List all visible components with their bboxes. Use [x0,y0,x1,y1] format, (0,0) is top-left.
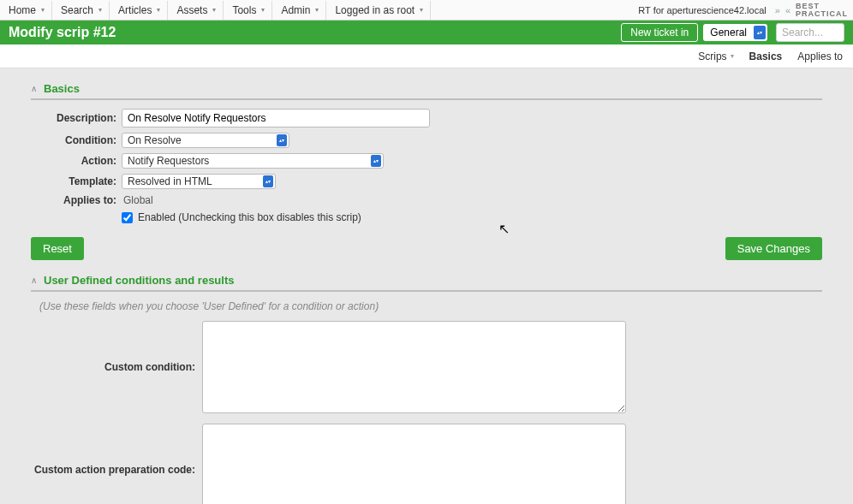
rt-instance-label: RT for aperturescience42.local [638,5,769,15]
subnav-tabs: Scrips ▾ Basics Applies to [0,44,853,68]
template-value: Resolved in HTML [128,175,256,187]
label-custom-action-prep: Custom action preparation code [31,464,202,476]
updown-icon: ▴▾ [754,26,766,39]
user-defined-hint: (Use these fields when you choose 'User … [39,300,822,312]
action-value: Notify Requestors [128,155,364,167]
label-action: Action [31,155,122,167]
label-template: Template [31,175,122,187]
queue-select-value: General [710,27,747,39]
best-practical-logo: BEST PRACTICAL [796,3,848,18]
page-titlebar: Modify scrip #12 New ticket in General ▴… [0,21,853,44]
tab-label: Scrips [698,50,726,62]
menu-tools[interactable]: Tools ▾ [224,1,272,20]
menu-search[interactable]: Search ▾ [52,1,110,20]
enabled-checkbox[interactable] [122,212,133,223]
enabled-label: Enabled (Unchecking this box disables th… [138,211,361,223]
reset-button[interactable]: Reset [31,237,84,260]
section-title: User Defined conditions and results [44,274,235,287]
chevron-down-icon: ▾ [420,6,423,14]
action-button-row: Reset Save Changes [31,237,822,260]
section-user-defined: ∧ User Defined conditions and results [31,274,822,292]
template-select[interactable]: Resolved in HTML ▴▾ [122,174,276,189]
label-condition: Condition [31,134,122,146]
updown-icon: ▴▾ [277,134,287,146]
tab-basics[interactable]: Basics [749,50,783,62]
queue-select[interactable]: General ▴▾ [703,24,767,41]
menu-admin[interactable]: Admin ▾ [272,1,326,20]
double-chevron-left-icon: « [785,5,790,15]
collapse-arrow-icon[interactable]: ∧ [31,84,37,93]
condition-select[interactable]: On Resolve ▴▾ [122,133,289,148]
menu-label: Articles [118,4,152,16]
custom-action-prep-textarea[interactable] [202,424,626,504]
menu-label: Search [61,4,93,16]
menu-label: Assets [176,4,207,16]
menu-label: Tools [232,4,256,16]
chevron-down-icon: ▾ [157,6,160,14]
chevron-down-icon: ▾ [315,6,319,14]
custom-condition-textarea[interactable] [202,321,626,413]
chevron-down-icon: ▾ [212,6,216,14]
section-basics: ∧ Basics Description Condition On Resolv… [31,82,822,223]
collapse-arrow-icon[interactable]: ∧ [31,276,37,285]
updown-icon: ▴▾ [371,155,381,167]
menu-assets[interactable]: Assets ▾ [168,1,224,20]
tab-label: Applies to [797,50,843,62]
double-chevron-right-icon: » [775,5,780,15]
tab-label: Basics [749,50,783,62]
label-description: Description [31,112,122,124]
menu-home[interactable]: Home ▾ [0,1,52,20]
tab-applies-to[interactable]: Applies to [797,50,843,62]
new-ticket-button[interactable]: New ticket in [621,23,698,42]
chevron-down-icon: ▾ [731,52,734,60]
updown-icon: ▴▾ [263,175,273,187]
menu-articles[interactable]: Articles ▾ [110,1,168,20]
applies-to-value: Global [122,194,153,206]
condition-value: On Resolve [128,134,270,146]
tab-scrips[interactable]: Scrips ▾ [698,50,733,62]
page-title: Modify scrip #12 [9,25,116,40]
top-menubar: Home ▾ Search ▾ Articles ▾ Assets ▾ Tool… [0,0,853,21]
menu-label: Logged in as root [335,4,415,16]
chevron-down-icon: ▾ [261,6,265,14]
menu-logged-in[interactable]: Logged in as root ▾ [326,1,431,20]
label-applies-to: Applies to [31,194,122,206]
global-search-input[interactable] [776,23,844,42]
section-title: Basics [44,82,80,95]
chevron-down-icon: ▾ [41,6,45,14]
label-custom-condition: Custom condition [31,361,202,373]
save-changes-button[interactable]: Save Changes [725,237,822,260]
description-input[interactable] [122,109,430,127]
menubar-right: RT for aperturescience42.local » « BEST … [638,3,853,18]
menu-label: Admin [281,4,310,16]
menu-label: Home [9,4,36,16]
action-select[interactable]: Notify Requestors ▴▾ [122,153,384,169]
chevron-down-icon: ▾ [98,6,102,14]
